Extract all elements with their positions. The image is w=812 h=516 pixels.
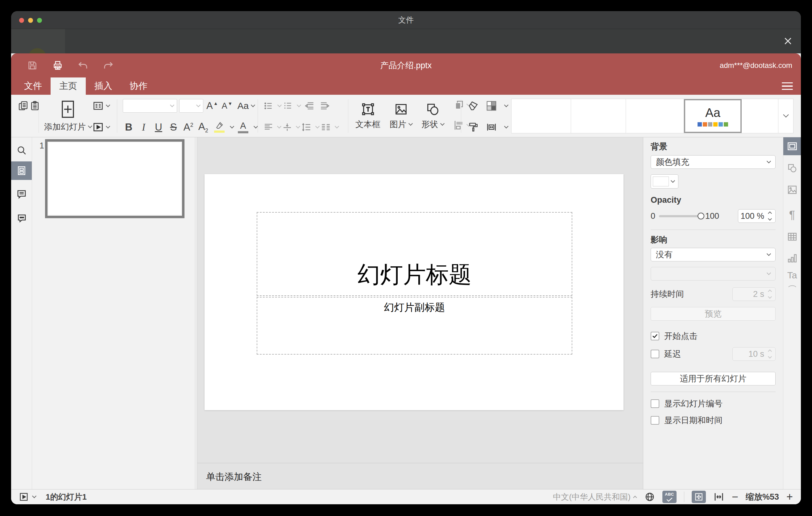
chevron-down-icon[interactable]: [504, 124, 509, 128]
change-case-button[interactable]: Aa: [237, 101, 255, 111]
paragraph-settings-icon[interactable]: ¶: [783, 206, 801, 224]
tab-home[interactable]: 主页: [51, 78, 86, 95]
copy-style-icon[interactable]: [468, 122, 479, 133]
chart-settings-icon[interactable]: [783, 249, 801, 267]
theme-gallery-expand-button[interactable]: [778, 99, 793, 133]
numbered-list-icon[interactable]: [283, 101, 293, 111]
chevron-down-icon[interactable]: [296, 124, 300, 128]
zoom-out-button[interactable]: −: [732, 491, 738, 503]
save-icon[interactable]: [27, 60, 38, 71]
insert-textbox-button[interactable]: 文本框: [355, 95, 380, 137]
tab-collaboration[interactable]: 协作: [121, 78, 156, 95]
chevron-down-icon[interactable]: [297, 103, 301, 107]
print-icon[interactable]: [53, 60, 63, 71]
increase-font-button[interactable]: A▲: [206, 100, 218, 111]
slide-subtitle-placeholder[interactable]: 幻灯片副标题: [257, 297, 572, 354]
theme-option-selected[interactable]: Aa: [684, 99, 742, 133]
background-fill-select[interactable]: 颜色填充: [651, 155, 776, 169]
chevron-down-icon[interactable]: [254, 124, 258, 128]
undo-icon[interactable]: [78, 60, 88, 71]
search-icon[interactable]: [11, 142, 32, 159]
zoom-level[interactable]: 缩放%53: [746, 491, 779, 503]
clear-style-icon[interactable]: [468, 100, 479, 111]
font-color-button[interactable]: A: [238, 121, 248, 133]
duration-spinner[interactable]: 2 s: [732, 287, 776, 301]
superscript-button[interactable]: A2: [182, 121, 194, 133]
tab-insert[interactable]: 插入: [86, 78, 121, 95]
minimize-traffic-icon[interactable]: [28, 18, 33, 23]
show-slide-number-checkbox[interactable]: [651, 399, 659, 408]
theme-option-3[interactable]: [626, 99, 684, 133]
subscript-button[interactable]: A2: [198, 121, 209, 134]
chevron-down-icon[interactable]: [277, 103, 282, 107]
language-selector[interactable]: 中文(中华人民共和国): [553, 492, 637, 503]
font-name-input[interactable]: [123, 99, 177, 113]
close-traffic-icon[interactable]: [19, 18, 24, 23]
shade-fill-icon[interactable]: [486, 100, 497, 112]
underline-button[interactable]: U: [153, 121, 165, 133]
slide-size-icon[interactable]: [486, 121, 497, 133]
effect-select[interactable]: 没有: [651, 248, 776, 261]
slides-panel-icon[interactable]: [11, 162, 32, 180]
highlight-color-button[interactable]: [214, 122, 225, 133]
align-shape-icon[interactable]: [453, 120, 464, 131]
insert-shape-button[interactable]: 形状: [422, 95, 444, 137]
italic-button[interactable]: I: [138, 122, 149, 133]
start-slideshow-icon[interactable]: [92, 122, 104, 133]
chevron-down-icon[interactable]: [504, 103, 509, 107]
show-date-time-checkbox[interactable]: [651, 416, 659, 425]
close-icon[interactable]: [783, 36, 793, 46]
theme-option-2[interactable]: [571, 99, 626, 133]
document-language-icon[interactable]: [644, 492, 655, 502]
chevron-down-icon[interactable]: [335, 124, 339, 128]
menu-icon[interactable]: [782, 81, 793, 91]
start-on-click-checkbox[interactable]: [651, 332, 659, 340]
shape-settings-icon[interactable]: [783, 159, 801, 177]
horizontal-align-icon[interactable]: [263, 122, 273, 132]
vertical-align-icon[interactable]: [282, 122, 292, 132]
decrease-indent-icon[interactable]: [304, 101, 315, 111]
font-size-input[interactable]: [179, 99, 203, 113]
table-settings-icon[interactable]: [783, 228, 801, 246]
chevron-down-icon[interactable]: [32, 494, 36, 498]
columns-icon[interactable]: [321, 122, 331, 133]
effect-type-select-disabled[interactable]: [651, 267, 776, 281]
comments-icon[interactable]: [11, 185, 32, 203]
apply-to-all-slides-button[interactable]: 适用于所有幻灯片: [651, 372, 776, 385]
copy-icon[interactable]: [18, 95, 28, 117]
add-slide-button[interactable]: 添加幻灯片: [43, 95, 92, 137]
start-slideshow-status-icon[interactable]: [19, 492, 28, 501]
line-spacing-icon[interactable]: [301, 122, 312, 133]
theme-option-5[interactable]: [742, 99, 778, 133]
chevron-down-icon[interactable]: [106, 103, 110, 107]
delay-spinner[interactable]: 10 s: [732, 347, 776, 361]
bullet-list-icon[interactable]: [263, 101, 273, 111]
spellcheck-icon[interactable]: ABC: [662, 491, 676, 503]
tab-file[interactable]: 文件: [16, 78, 51, 95]
arrange-shape-icon[interactable]: [453, 99, 464, 111]
chat-icon[interactable]: [11, 209, 32, 227]
bold-button[interactable]: B: [123, 121, 135, 133]
chevron-down-icon[interactable]: [230, 124, 234, 128]
chevron-down-icon[interactable]: [315, 124, 320, 128]
slide-thumbnail-1[interactable]: [45, 139, 184, 218]
slide-layout-icon[interactable]: [92, 100, 104, 111]
fit-to-slide-icon[interactable]: [692, 491, 706, 503]
insert-image-button[interactable]: 图片: [390, 95, 412, 137]
delay-checkbox[interactable]: [651, 350, 659, 358]
preview-button[interactable]: 预览: [651, 307, 776, 321]
slide-title-placeholder[interactable]: 幻灯片标题: [257, 212, 572, 296]
zoom-in-button[interactable]: +: [786, 491, 793, 503]
opacity-spinner[interactable]: 100 %: [738, 209, 776, 223]
chevron-down-icon[interactable]: [106, 124, 110, 128]
theme-option-1[interactable]: [512, 99, 571, 133]
slide-page[interactable]: 幻灯片标题 幻灯片副标题: [205, 174, 624, 410]
fill-color-swatch[interactable]: [651, 174, 678, 189]
notes-area[interactable]: 单击添加备注: [198, 463, 643, 489]
redo-icon[interactable]: [103, 60, 114, 71]
spinner-up-icon[interactable]: [768, 211, 772, 216]
increase-indent-icon[interactable]: [320, 101, 330, 111]
opacity-slider[interactable]: [659, 215, 701, 217]
chevron-down-icon[interactable]: [277, 124, 281, 128]
slide-settings-icon[interactable]: [783, 137, 801, 155]
